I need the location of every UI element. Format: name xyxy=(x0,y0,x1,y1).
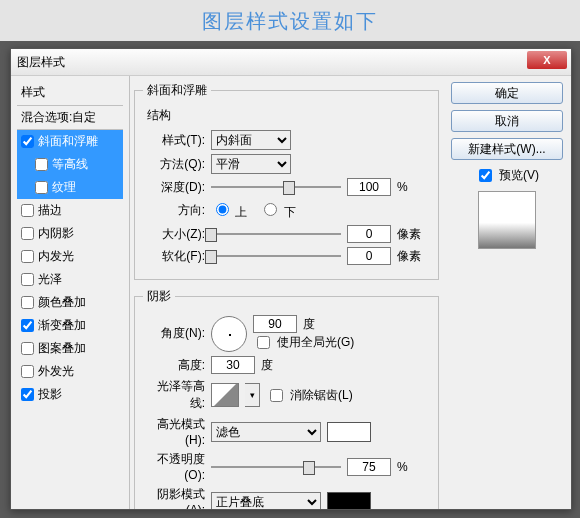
shading-group: 阴影 角度(N): 度 使用全局光(G) xyxy=(134,288,439,509)
bevel-group: 斜面和浮雕 结构 样式(T): 内斜面 方法(Q): 平滑 深度(D): % xyxy=(134,82,439,280)
style-item-4[interactable]: 内阴影 xyxy=(17,222,123,245)
gloss-contour-dropdown[interactable]: ▾ xyxy=(245,383,260,407)
layer-style-dialog: 图层样式 X 样式 混合选项:自定 斜面和浮雕等高线纹理描边内阴影内发光光泽颜色… xyxy=(10,48,572,510)
shading-legend: 阴影 xyxy=(143,288,175,305)
bevel-legend: 斜面和浮雕 xyxy=(143,82,211,99)
smode-select[interactable]: 正片叠底 xyxy=(211,492,321,510)
style-item-label: 投影 xyxy=(38,386,62,403)
angle-unit: 度 xyxy=(303,316,331,333)
style-item-8[interactable]: 渐变叠加 xyxy=(17,314,123,337)
soften-input[interactable] xyxy=(347,247,391,265)
shadow-color[interactable] xyxy=(327,492,371,510)
technique-label: 方法(Q): xyxy=(143,156,205,173)
preview-checkbox[interactable] xyxy=(479,169,492,182)
altitude-unit: 度 xyxy=(261,357,289,374)
style-item-label: 图案叠加 xyxy=(38,340,86,357)
style-item-3[interactable]: 描边 xyxy=(17,199,123,222)
antialias-checkbox[interactable] xyxy=(270,389,283,402)
hmode-label: 高光模式(H): xyxy=(143,416,205,447)
style-item-label: 斜面和浮雕 xyxy=(38,133,98,150)
size-slider[interactable] xyxy=(211,227,341,241)
style-item-1[interactable]: 等高线 xyxy=(17,153,123,176)
outer-title: 图层样式设置如下 xyxy=(0,0,580,41)
size-unit: 像素 xyxy=(397,226,425,243)
depth-label: 深度(D): xyxy=(143,179,205,196)
style-item-checkbox[interactable] xyxy=(21,365,34,378)
altitude-label: 高度: xyxy=(143,357,205,374)
style-item-7[interactable]: 颜色叠加 xyxy=(17,291,123,314)
hopacity-input[interactable] xyxy=(347,458,391,476)
cancel-button[interactable]: 取消 xyxy=(451,110,563,132)
ok-button[interactable]: 确定 xyxy=(451,82,563,104)
style-item-11[interactable]: 投影 xyxy=(17,383,123,406)
preview-thumbnail xyxy=(478,191,536,249)
hopacity-unit: % xyxy=(397,460,425,474)
hmode-select[interactable]: 滤色 xyxy=(211,422,321,442)
style-item-label: 描边 xyxy=(38,202,62,219)
direction-up[interactable]: 上 xyxy=(211,200,247,221)
style-item-checkbox[interactable] xyxy=(21,250,34,263)
angle-label: 角度(N): xyxy=(143,325,205,342)
dialog-title: 图层样式 xyxy=(17,55,65,69)
soften-label: 软化(F): xyxy=(143,248,205,265)
style-item-checkbox[interactable] xyxy=(21,342,34,355)
style-item-label: 颜色叠加 xyxy=(38,294,86,311)
structure-label: 结构 xyxy=(147,107,430,124)
style-item-label: 内阴影 xyxy=(38,225,74,242)
gloss-contour[interactable] xyxy=(211,383,239,407)
highlight-color[interactable] xyxy=(327,422,371,442)
style-item-checkbox[interactable] xyxy=(21,388,34,401)
angle-input[interactable] xyxy=(253,315,297,333)
global-light-label: 使用全局光(G) xyxy=(277,334,354,351)
close-button[interactable]: X xyxy=(527,51,567,69)
style-item-checkbox[interactable] xyxy=(35,181,48,194)
soften-slider[interactable] xyxy=(211,249,341,263)
style-item-9[interactable]: 图案叠加 xyxy=(17,337,123,360)
style-item-checkbox[interactable] xyxy=(21,135,34,148)
size-input[interactable] xyxy=(347,225,391,243)
gloss-label: 光泽等高线: xyxy=(143,378,205,412)
style-item-label: 外发光 xyxy=(38,363,74,380)
angle-dial[interactable] xyxy=(211,316,247,352)
style-item-checkbox[interactable] xyxy=(21,296,34,309)
depth-slider[interactable] xyxy=(211,180,341,194)
right-panel: 确定 取消 新建样式(W)... 预览(V) xyxy=(443,76,571,509)
style-select[interactable]: 内斜面 xyxy=(211,130,291,150)
style-item-0[interactable]: 斜面和浮雕 xyxy=(17,130,123,153)
new-style-button[interactable]: 新建样式(W)... xyxy=(451,138,563,160)
depth-unit: % xyxy=(397,180,425,194)
altitude-input[interactable] xyxy=(211,356,255,374)
soften-unit: 像素 xyxy=(397,248,425,265)
style-item-10[interactable]: 外发光 xyxy=(17,360,123,383)
style-item-checkbox[interactable] xyxy=(21,227,34,240)
style-sidebar: 样式 混合选项:自定 斜面和浮雕等高线纹理描边内阴影内发光光泽颜色叠加渐变叠加图… xyxy=(11,76,129,509)
style-item-label: 光泽 xyxy=(38,271,62,288)
smode-label: 阴影模式(A): xyxy=(143,486,205,509)
size-label: 大小(Z): xyxy=(143,226,205,243)
style-item-6[interactable]: 光泽 xyxy=(17,268,123,291)
sidebar-header: 样式 xyxy=(17,82,123,103)
technique-select[interactable]: 平滑 xyxy=(211,154,291,174)
main-panel: 斜面和浮雕 结构 样式(T): 内斜面 方法(Q): 平滑 深度(D): % xyxy=(129,76,443,509)
style-item-checkbox[interactable] xyxy=(35,158,48,171)
direction-label: 方向: xyxy=(143,202,205,219)
blend-options-row[interactable]: 混合选项:自定 xyxy=(17,105,123,130)
style-item-label: 内发光 xyxy=(38,248,74,265)
style-item-2[interactable]: 纹理 xyxy=(17,176,123,199)
style-item-checkbox[interactable] xyxy=(21,319,34,332)
antialias-option[interactable]: 消除锯齿(L) xyxy=(266,386,353,405)
style-item-5[interactable]: 内发光 xyxy=(17,245,123,268)
style-item-label: 等高线 xyxy=(52,156,88,173)
hopacity-label: 不透明度(O): xyxy=(143,451,205,482)
style-label: 样式(T): xyxy=(143,132,205,149)
global-light-checkbox[interactable] xyxy=(257,336,270,349)
style-item-label: 纹理 xyxy=(52,179,76,196)
style-item-label: 渐变叠加 xyxy=(38,317,86,334)
titlebar: 图层样式 X xyxy=(11,49,571,76)
preview-label: 预览(V) xyxy=(499,167,539,184)
direction-down[interactable]: 下 xyxy=(259,200,295,221)
hopacity-slider[interactable] xyxy=(211,460,341,474)
style-item-checkbox[interactable] xyxy=(21,273,34,286)
style-item-checkbox[interactable] xyxy=(21,204,34,217)
depth-input[interactable] xyxy=(347,178,391,196)
